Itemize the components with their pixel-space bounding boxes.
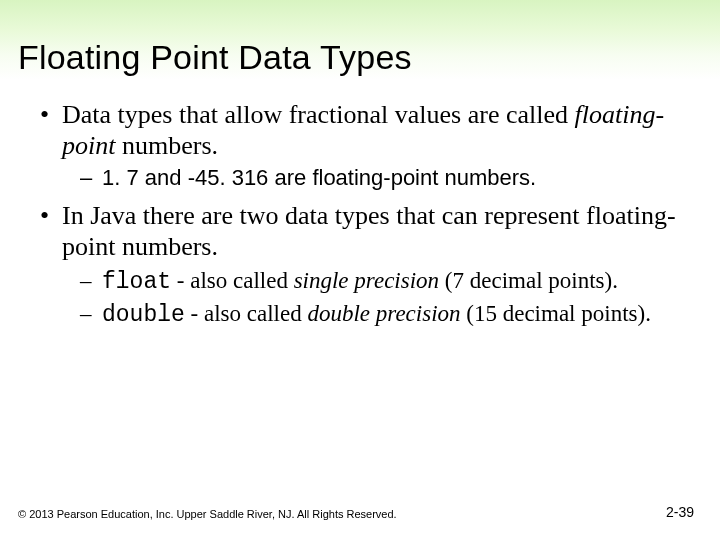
- subbullet-item-1a: –1. 7 and -45. 316 are floating-point nu…: [34, 165, 686, 191]
- slide: Floating Point Data Types •Data types th…: [0, 0, 720, 540]
- text: (7 decimal points).: [439, 268, 618, 293]
- text: 1. 7 and -45. 316 are floating-point num…: [102, 165, 536, 190]
- code-text: double: [102, 302, 185, 328]
- bullet-icon: •: [40, 100, 62, 131]
- bullet-item-2: •In Java there are two data types that c…: [34, 201, 686, 262]
- text: numbers.: [115, 131, 218, 160]
- text: - also called: [171, 268, 294, 293]
- footer-page-number: 2-39: [666, 504, 694, 520]
- dash-icon: –: [80, 267, 102, 294]
- text: Data types that allow fractional values …: [62, 100, 575, 129]
- text: (15 decimal points).: [461, 301, 651, 326]
- slide-body: •Data types that allow fractional values…: [34, 100, 686, 333]
- text-italic: single precision: [294, 268, 439, 293]
- bullet-icon: •: [40, 201, 62, 232]
- slide-title: Floating Point Data Types: [18, 38, 412, 77]
- code-text: float: [102, 269, 171, 295]
- dash-icon: –: [80, 300, 102, 327]
- dash-icon: –: [80, 165, 102, 191]
- text: In Java there are two data types that ca…: [62, 201, 676, 261]
- text-italic: double precision: [307, 301, 460, 326]
- text: - also called: [185, 301, 308, 326]
- bullet-item-1: •Data types that allow fractional values…: [34, 100, 686, 161]
- subbullet-item-2b: –double - also called double precision (…: [34, 300, 686, 329]
- footer-copyright: © 2013 Pearson Education, Inc. Upper Sad…: [18, 508, 397, 520]
- subbullet-item-2a: –float - also called single precision (7…: [34, 267, 686, 296]
